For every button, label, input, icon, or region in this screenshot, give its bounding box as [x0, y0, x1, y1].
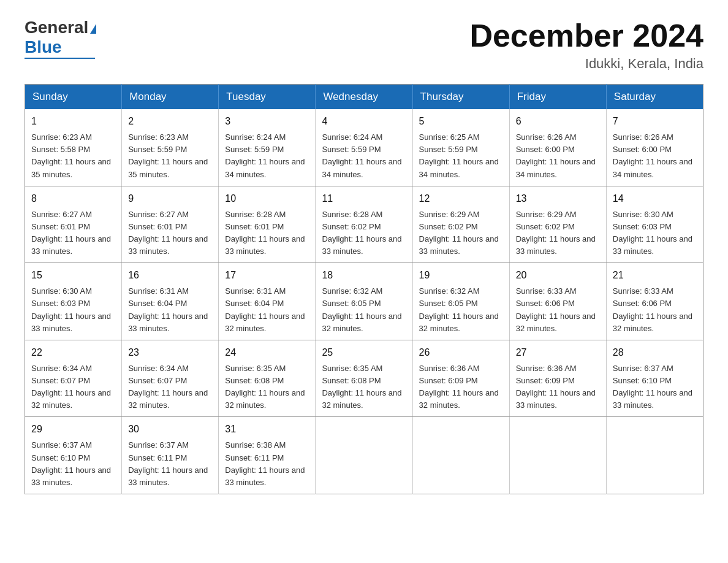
day-info: Sunrise: 6:28 AMSunset: 6:02 PMDaylight:… [322, 209, 406, 258]
day-number: 21 [613, 268, 697, 283]
day-number: 27 [516, 345, 600, 360]
day-info: Sunrise: 6:31 AMSunset: 6:04 PMDaylight:… [128, 285, 212, 335]
day-info: Sunrise: 6:35 AMSunset: 6:08 PMDaylight:… [322, 362, 406, 412]
calendar-cell: 9Sunrise: 6:27 AMSunset: 6:01 PMDaylight… [122, 186, 219, 263]
logo-blue: Blue [25, 37, 62, 56]
day-number: 26 [419, 345, 503, 360]
logo-underline [25, 58, 95, 59]
calendar-cell: 28Sunrise: 6:37 AMSunset: 6:10 PMDayligh… [606, 340, 703, 417]
day-info: Sunrise: 6:35 AMSunset: 6:08 PMDaylight:… [225, 362, 309, 412]
day-info: Sunrise: 6:30 AMSunset: 6:03 PMDaylight:… [31, 285, 115, 335]
calendar-cell: 11Sunrise: 6:28 AMSunset: 6:02 PMDayligh… [316, 186, 412, 263]
calendar-cell: 2Sunrise: 6:23 AMSunset: 5:59 PMDaylight… [122, 109, 219, 186]
calendar-title: December 2024 [469, 18, 703, 53]
day-info: Sunrise: 6:32 AMSunset: 6:05 PMDaylight:… [322, 285, 406, 335]
calendar-cell: 27Sunrise: 6:36 AMSunset: 6:09 PMDayligh… [509, 340, 606, 417]
day-info: Sunrise: 6:30 AMSunset: 6:03 PMDaylight:… [613, 209, 697, 258]
day-number: 8 [31, 191, 115, 206]
week-row-4: 22Sunrise: 6:34 AMSunset: 6:07 PMDayligh… [25, 340, 703, 417]
calendar-cell [412, 417, 509, 494]
day-info: Sunrise: 6:33 AMSunset: 6:06 PMDaylight:… [516, 285, 600, 335]
calendar-cell: 17Sunrise: 6:31 AMSunset: 6:04 PMDayligh… [219, 263, 316, 340]
day-info: Sunrise: 6:24 AMSunset: 5:59 PMDaylight:… [225, 131, 309, 181]
day-number: 19 [419, 268, 503, 283]
day-number: 13 [516, 191, 600, 206]
day-number: 22 [31, 345, 115, 360]
calendar-cell [509, 417, 606, 494]
day-info: Sunrise: 6:34 AMSunset: 6:07 PMDaylight:… [128, 362, 212, 412]
day-number: 11 [322, 191, 406, 206]
day-number: 18 [322, 268, 406, 283]
day-number: 4 [322, 114, 406, 129]
calendar-cell: 22Sunrise: 6:34 AMSunset: 6:07 PMDayligh… [25, 340, 122, 417]
day-info: Sunrise: 6:37 AMSunset: 6:10 PMDaylight:… [613, 362, 697, 412]
day-number: 31 [225, 422, 309, 437]
day-number: 30 [128, 422, 212, 437]
day-info: Sunrise: 6:24 AMSunset: 5:59 PMDaylight:… [322, 131, 406, 181]
calendar-cell: 5Sunrise: 6:25 AMSunset: 5:59 PMDaylight… [412, 109, 509, 186]
calendar-cell: 14Sunrise: 6:30 AMSunset: 6:03 PMDayligh… [606, 186, 703, 263]
day-number: 3 [225, 114, 309, 129]
day-number: 16 [128, 268, 212, 283]
day-info: Sunrise: 6:27 AMSunset: 6:01 PMDaylight:… [128, 209, 212, 258]
day-number: 1 [31, 114, 115, 129]
calendar-cell: 26Sunrise: 6:36 AMSunset: 6:09 PMDayligh… [412, 340, 509, 417]
calendar-cell: 24Sunrise: 6:35 AMSunset: 6:08 PMDayligh… [219, 340, 316, 417]
calendar-cell [316, 417, 412, 494]
title-section: December 2024 Idukki, Kerala, India [469, 18, 703, 72]
calendar-cell: 23Sunrise: 6:34 AMSunset: 6:07 PMDayligh… [122, 340, 219, 417]
calendar-cell: 29Sunrise: 6:37 AMSunset: 6:10 PMDayligh… [25, 417, 122, 494]
day-info: Sunrise: 6:27 AMSunset: 6:01 PMDaylight:… [31, 209, 115, 258]
calendar-cell: 13Sunrise: 6:29 AMSunset: 6:02 PMDayligh… [509, 186, 606, 263]
calendar-cell: 1Sunrise: 6:23 AMSunset: 5:58 PMDaylight… [25, 109, 122, 186]
calendar-cell: 25Sunrise: 6:35 AMSunset: 6:08 PMDayligh… [316, 340, 412, 417]
day-info: Sunrise: 6:37 AMSunset: 6:11 PMDaylight:… [128, 439, 212, 489]
calendar-cell: 20Sunrise: 6:33 AMSunset: 6:06 PMDayligh… [509, 263, 606, 340]
calendar-cell: 12Sunrise: 6:29 AMSunset: 6:02 PMDayligh… [412, 186, 509, 263]
day-info: Sunrise: 6:38 AMSunset: 6:11 PMDaylight:… [225, 439, 309, 489]
day-number: 5 [419, 114, 503, 129]
calendar-cell [606, 417, 703, 494]
weekday-header-sunday: Sunday [25, 85, 122, 110]
day-number: 17 [225, 268, 309, 283]
day-info: Sunrise: 6:25 AMSunset: 5:59 PMDaylight:… [419, 131, 503, 181]
day-info: Sunrise: 6:29 AMSunset: 6:02 PMDaylight:… [516, 209, 600, 258]
day-info: Sunrise: 6:28 AMSunset: 6:01 PMDaylight:… [225, 209, 309, 258]
day-info: Sunrise: 6:23 AMSunset: 5:58 PMDaylight:… [31, 131, 115, 181]
day-info: Sunrise: 6:26 AMSunset: 6:00 PMDaylight:… [613, 131, 697, 181]
calendar-cell: 31Sunrise: 6:38 AMSunset: 6:11 PMDayligh… [219, 417, 316, 494]
calendar-cell: 10Sunrise: 6:28 AMSunset: 6:01 PMDayligh… [219, 186, 316, 263]
week-row-5: 29Sunrise: 6:37 AMSunset: 6:10 PMDayligh… [25, 417, 703, 494]
day-info: Sunrise: 6:23 AMSunset: 5:59 PMDaylight:… [128, 131, 212, 181]
day-info: Sunrise: 6:37 AMSunset: 6:10 PMDaylight:… [31, 439, 115, 489]
week-row-3: 15Sunrise: 6:30 AMSunset: 6:03 PMDayligh… [25, 263, 703, 340]
logo-arrow-icon [90, 24, 96, 34]
calendar-cell: 7Sunrise: 6:26 AMSunset: 6:00 PMDaylight… [606, 109, 703, 186]
calendar-cell: 8Sunrise: 6:27 AMSunset: 6:01 PMDaylight… [25, 186, 122, 263]
calendar-cell: 16Sunrise: 6:31 AMSunset: 6:04 PMDayligh… [122, 263, 219, 340]
logo-general: General [25, 18, 88, 37]
day-number: 2 [128, 114, 212, 129]
day-number: 23 [128, 345, 212, 360]
weekday-header-saturday: Saturday [606, 85, 703, 110]
calendar-cell: 30Sunrise: 6:37 AMSunset: 6:11 PMDayligh… [122, 417, 219, 494]
day-info: Sunrise: 6:29 AMSunset: 6:02 PMDaylight:… [419, 209, 503, 258]
weekday-header-tuesday: Tuesday [219, 85, 316, 110]
day-number: 7 [613, 114, 697, 129]
day-info: Sunrise: 6:36 AMSunset: 6:09 PMDaylight:… [419, 362, 503, 412]
day-number: 6 [516, 114, 600, 129]
page-header: General Blue December 2024 Idukki, Keral… [25, 18, 703, 72]
calendar-cell: 21Sunrise: 6:33 AMSunset: 6:06 PMDayligh… [606, 263, 703, 340]
calendar-cell: 3Sunrise: 6:24 AMSunset: 5:59 PMDaylight… [219, 109, 316, 186]
day-number: 24 [225, 345, 309, 360]
day-info: Sunrise: 6:34 AMSunset: 6:07 PMDaylight:… [31, 362, 115, 412]
calendar-table: SundayMondayTuesdayWednesdayThursdayFrid… [25, 84, 703, 494]
day-info: Sunrise: 6:32 AMSunset: 6:05 PMDaylight:… [419, 285, 503, 335]
week-row-2: 8Sunrise: 6:27 AMSunset: 6:01 PMDaylight… [25, 186, 703, 263]
day-info: Sunrise: 6:31 AMSunset: 6:04 PMDaylight:… [225, 285, 309, 335]
weekday-header-wednesday: Wednesday [316, 85, 412, 110]
calendar-subtitle: Idukki, Kerala, India [469, 56, 703, 72]
day-number: 20 [516, 268, 600, 283]
day-number: 28 [613, 345, 697, 360]
logo: General Blue [25, 18, 96, 59]
